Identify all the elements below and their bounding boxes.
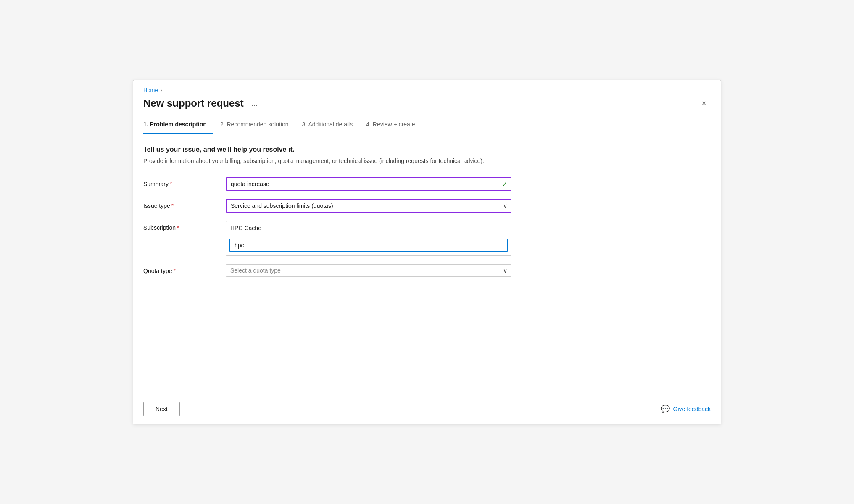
subscription-selected-value: HPC Cache — [226, 221, 511, 235]
main-window: Home › New support request ... × 1. Prob… — [133, 80, 721, 424]
section-title: Tell us your issue, and we'll help you r… — [143, 146, 711, 153]
footer: Next 💬 Give feedback — [133, 394, 721, 424]
tab-bar: 1. Problem description 2. Recommended so… — [143, 117, 711, 134]
breadcrumb-separator: › — [161, 87, 162, 93]
window-header: Home › New support request ... × — [133, 80, 721, 117]
issue-type-field: Service and subscription limits (quotas)… — [226, 199, 511, 213]
summary-row: Summary* ✓ — [143, 177, 711, 191]
tab-recommended-solution[interactable]: 2. Recommended solution — [214, 117, 295, 134]
issue-type-row: Issue type* Service and subscription lim… — [143, 199, 711, 213]
more-options-button[interactable]: ... — [249, 98, 260, 109]
quota-type-required: * — [174, 268, 176, 274]
summary-input[interactable] — [226, 177, 511, 191]
title-row: New support request ... × — [143, 97, 711, 110]
subscription-row: Subscription* HPC Cache — [143, 221, 711, 256]
next-button[interactable]: Next — [143, 402, 180, 416]
subscription-required: * — [177, 224, 179, 231]
feedback-icon: 💬 — [661, 404, 670, 414]
tab-additional-details[interactable]: 3. Additional details — [295, 117, 360, 134]
main-content: Tell us your issue, and we'll help you r… — [133, 134, 721, 394]
section-description: Provide information about your billing, … — [143, 157, 711, 165]
quota-type-field: Select a quota type ∨ — [226, 264, 511, 277]
close-button[interactable]: × — [697, 97, 711, 110]
feedback-link[interactable]: 💬 Give feedback — [661, 404, 711, 414]
page-title: New support request — [143, 97, 244, 109]
breadcrumb: Home › — [143, 87, 711, 93]
summary-field: ✓ — [226, 177, 511, 191]
issue-type-select-wrapper: Service and subscription limits (quotas)… — [226, 199, 511, 213]
quota-type-select-wrapper: Select a quota type ∨ — [226, 264, 511, 277]
tab-review-create[interactable]: 4. Review + create — [359, 117, 422, 134]
quota-type-label: Quota type* — [143, 264, 219, 274]
issue-type-label: Issue type* — [143, 199, 219, 209]
summary-label: Summary* — [143, 177, 219, 187]
issue-type-required: * — [171, 202, 174, 209]
issue-type-select[interactable]: Service and subscription limits (quotas) — [226, 199, 511, 213]
title-left: New support request ... — [143, 97, 260, 109]
subscription-search-input[interactable] — [229, 239, 508, 252]
subscription-dropdown: HPC Cache — [226, 221, 511, 256]
home-link[interactable]: Home — [143, 87, 158, 93]
summary-checkmark: ✓ — [502, 180, 507, 188]
tab-problem-description[interactable]: 1. Problem description — [143, 117, 214, 134]
quota-type-select[interactable]: Select a quota type — [226, 264, 511, 277]
summary-input-wrapper: ✓ — [226, 177, 511, 191]
feedback-label: Give feedback — [673, 406, 711, 412]
subscription-field: HPC Cache — [226, 221, 511, 256]
quota-type-row: Quota type* Select a quota type ∨ — [143, 264, 711, 277]
summary-required: * — [170, 181, 172, 187]
subscription-label: Subscription* — [143, 221, 219, 231]
